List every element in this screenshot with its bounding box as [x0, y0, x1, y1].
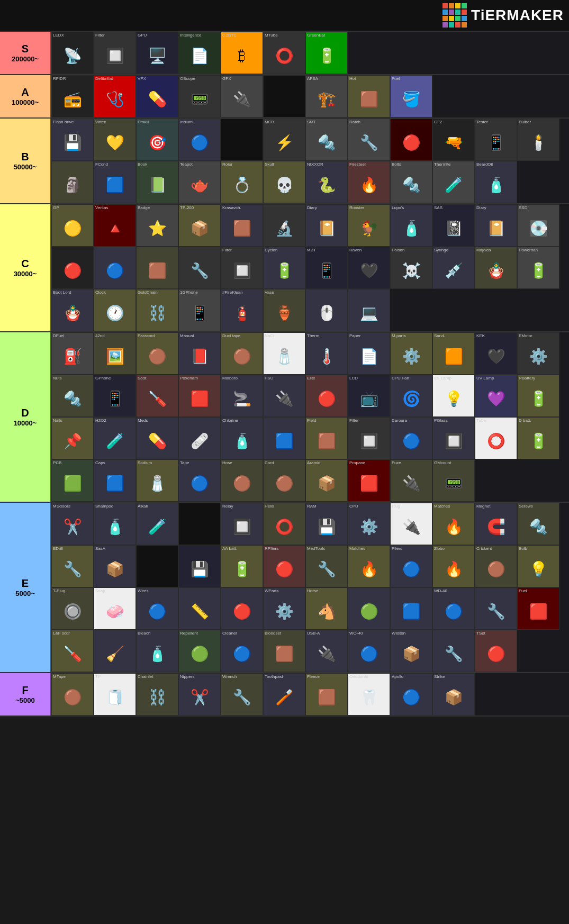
item-cell[interactable]	[136, 545, 178, 587]
item-cell[interactable]: 📏	[178, 587, 221, 630]
item-cell[interactable]: 🟢	[348, 587, 390, 630]
item-cell[interactable]: VPX💊	[136, 75, 178, 117]
item-cell[interactable]: Matches🔥	[348, 545, 390, 587]
item-cell[interactable]: Scdr.🪛	[136, 375, 178, 417]
item-cell[interactable]: GF2🔫	[432, 119, 475, 161]
item-cell[interactable]: Filter🔲	[348, 417, 390, 459]
item-cell[interactable]: Matches🔥	[432, 503, 475, 545]
item-cell[interactable]: Iridium🔵	[178, 119, 221, 161]
item-cell[interactable]: Lupo's🧴	[390, 204, 432, 247]
item-cell[interactable]: Cyclon🔋	[263, 247, 305, 289]
item-cell[interactable]: BeardOil🧴	[475, 161, 517, 203]
item-cell[interactable]: Prokill🎯	[136, 119, 178, 161]
item-cell[interactable]: Bulb💡	[517, 545, 559, 587]
item-cell[interactable]	[178, 503, 221, 545]
item-cell[interactable]: Fleece🟫	[305, 673, 348, 715]
item-cell[interactable]: 🟫	[136, 247, 178, 289]
item-cell[interactable]: Chainlet⛓️	[136, 673, 178, 715]
item-cell[interactable]: Bolts🔩	[390, 161, 432, 203]
item-cell[interactable]: Fuel🟥	[517, 587, 559, 630]
item-cell[interactable]: Therm🌡️	[305, 332, 348, 375]
item-cell[interactable]: Malboro🚬	[221, 375, 263, 417]
item-cell[interactable]: PCB🟩	[51, 459, 94, 502]
item-cell[interactable]: Teapot🫖	[178, 161, 221, 203]
item-cell[interactable]: Zibbo🔥	[432, 545, 475, 587]
item-cell[interactable]: RFIDR📻	[51, 75, 94, 117]
item-cell[interactable]: Aramid📦	[305, 459, 348, 502]
item-cell[interactable]: Ratch🔧	[348, 119, 390, 161]
item-cell[interactable]: Apollo🔵	[390, 673, 432, 715]
item-cell[interactable]: WO-40🔵	[348, 630, 390, 672]
item-cell[interactable]: Duct tape🟤	[221, 332, 263, 375]
item-cell[interactable]: DFuel⛽	[51, 332, 94, 375]
item-cell[interactable]: Shampoo🧴	[94, 503, 136, 545]
item-cell[interactable]: Nippers✂️	[178, 673, 221, 715]
item-cell[interactable]: Soap🧼	[94, 587, 136, 630]
item-cell[interactable]: Tape🔵	[178, 459, 221, 502]
item-cell[interactable]: Clock🕐	[94, 289, 136, 331]
item-cell[interactable]: Wires🔵	[136, 587, 178, 630]
item-cell[interactable]: TSet🔴	[475, 630, 517, 672]
item-cell[interactable]: RAM💾	[305, 503, 348, 545]
item-cell[interactable]: Chlorine🧴	[221, 417, 263, 459]
item-cell[interactable]: Roler💍	[221, 161, 263, 203]
item-cell[interactable]: Rooster🐓	[348, 204, 390, 247]
item-cell[interactable]: MedTools🔧	[305, 545, 348, 587]
item-cell[interactable]: WD-40🔵	[432, 587, 475, 630]
item-cell[interactable]: Fuel🪣	[390, 75, 432, 117]
item-cell[interactable]: GMcount📟	[432, 459, 475, 502]
item-cell[interactable]: 🩹	[178, 417, 221, 459]
item-cell[interactable]: 🔴	[221, 587, 263, 630]
item-cell[interactable]: CPU⚙️	[348, 503, 390, 545]
item-cell[interactable]: Horse🐴	[305, 587, 348, 630]
item-cell[interactable]: Wrench🔧	[221, 673, 263, 715]
item-cell[interactable]: Bulber🕯️	[517, 119, 559, 161]
item-cell[interactable]: #FireKlean🧯	[221, 289, 263, 331]
item-cell[interactable]: Veritas🔺	[94, 204, 136, 247]
item-cell[interactable]: Fuze🔌	[390, 459, 432, 502]
item-cell[interactable]: Poison☠️	[390, 247, 432, 289]
item-cell[interactable]: Paper📄	[348, 332, 390, 375]
item-cell[interactable]: 🔴	[390, 119, 432, 161]
item-cell[interactable]: Hose🟤	[221, 459, 263, 502]
item-cell[interactable]: Cleaner🔵	[221, 630, 263, 672]
item-cell[interactable]: Skull💀	[263, 161, 305, 203]
item-cell[interactable]: Intelligence📄	[178, 32, 221, 74]
item-cell[interactable]: EDrill🔧	[51, 545, 94, 587]
item-cell[interactable]: Defibrillat🩺	[94, 75, 136, 117]
item-cell[interactable]: FCond🟦	[94, 161, 136, 203]
item-cell[interactable]: SMT🔩	[305, 119, 348, 161]
item-cell[interactable]: Bleach🧴	[136, 630, 178, 672]
item-cell[interactable]: 🗿	[51, 161, 94, 203]
item-cell[interactable]: Toothpast🪥	[263, 673, 305, 715]
item-cell[interactable]: 🔧	[475, 587, 517, 630]
item-cell[interactable]: Bloodset🟫	[263, 630, 305, 672]
item-cell[interactable]: 💾	[178, 545, 221, 587]
item-cell[interactable]: M.parts⚙️	[390, 332, 432, 375]
item-cell[interactable]: RBattery🔋	[517, 375, 559, 417]
item-cell[interactable]: PSU🔌	[263, 375, 305, 417]
item-cell[interactable]: Filter🔲	[221, 247, 263, 289]
item-cell[interactable]: MTape🟤	[51, 673, 94, 715]
item-cell[interactable]: D batt.🔋	[517, 417, 559, 459]
item-cell[interactable]	[263, 75, 305, 117]
item-cell[interactable]: Firesteel🔥	[348, 161, 390, 203]
item-cell[interactable]: Nails📌	[51, 417, 94, 459]
item-cell[interactable]: GoldChain⛓️	[136, 289, 178, 331]
item-cell[interactable]: Crickent🟤	[475, 545, 517, 587]
item-cell[interactable]: Magnet🧲	[475, 503, 517, 545]
item-cell[interactable]: Helix⭕	[263, 503, 305, 545]
item-cell[interactable]: Thermite🧪	[432, 161, 475, 203]
item-cell[interactable]: AFSA🏗️	[305, 75, 348, 117]
item-cell[interactable]: 🔧	[432, 630, 475, 672]
item-cell[interactable]: Strike📦	[432, 673, 475, 715]
item-cell[interactable]: PGlass🔲	[432, 417, 475, 459]
item-cell[interactable]: Alkali🧪	[136, 503, 178, 545]
item-cell[interactable]: Powerban🔋	[517, 247, 559, 289]
item-cell[interactable]: Meds💊	[136, 417, 178, 459]
item-cell[interactable]: KEK🖤	[475, 332, 517, 375]
item-cell[interactable]: Ortodonto🦷	[348, 673, 390, 715]
item-cell[interactable]: Sodium🧂	[136, 459, 178, 502]
item-cell[interactable]: Manual📕	[178, 332, 221, 375]
item-cell[interactable]: Filter🔲	[94, 32, 136, 74]
